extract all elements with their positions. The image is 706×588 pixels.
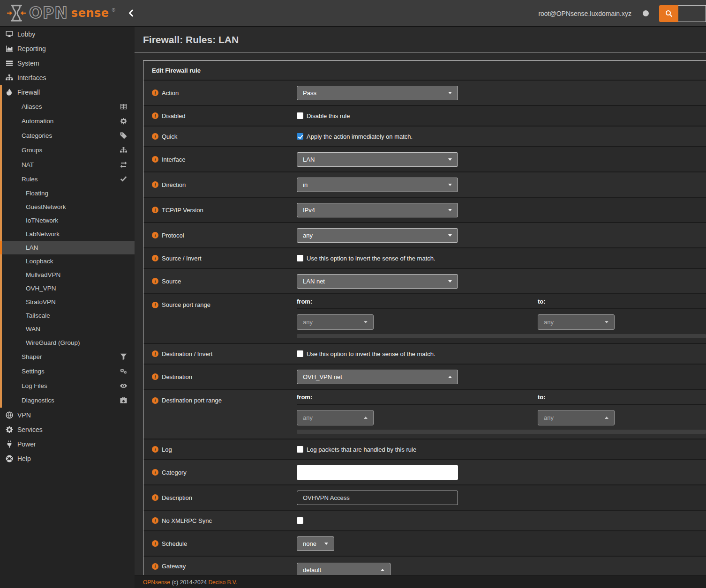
- sidebar-item-label: Aliases: [22, 103, 42, 110]
- log-checkbox[interactable]: [297, 446, 303, 453]
- destination-invert-checkbox-label: Use this option to invert the sense of t…: [307, 350, 436, 357]
- info-icon[interactable]: i: [152, 494, 158, 501]
- interface-select[interactable]: LAN: [297, 152, 458, 167]
- info-icon[interactable]: i: [152, 255, 158, 261]
- sidebar-item-shaper[interactable]: Shaper: [0, 350, 135, 364]
- sidebar-item-guestnetwork[interactable]: GuestNetwork: [0, 200, 135, 214]
- info-icon[interactable]: i: [152, 232, 158, 238]
- sidebar-item-floating[interactable]: Floating: [0, 186, 135, 200]
- field-label-text: Destination / Invert: [162, 350, 212, 357]
- sidebar-item-categories[interactable]: Categories: [0, 128, 135, 143]
- destination-port-range-to-select[interactable]: any: [538, 410, 615, 425]
- description-input[interactable]: [297, 491, 458, 505]
- chevron-down-icon: [448, 92, 452, 94]
- horizontal-scrollbar[interactable]: [297, 430, 706, 434]
- tcp-ip-version-select[interactable]: IPv4: [297, 203, 458, 217]
- protocol-select[interactable]: any: [297, 228, 458, 243]
- source-select[interactable]: LAN net: [297, 274, 458, 289]
- opnsense-logo[interactable]: OPNsense®: [7, 4, 115, 22]
- sidebar-item-label: LAN: [26, 244, 38, 251]
- search-button[interactable]: [659, 5, 678, 22]
- sidebar-item-label: VPN: [17, 411, 31, 419]
- sidebar-item-help[interactable]: Help: [0, 451, 135, 466]
- sidebar-item-stratovpn[interactable]: StratoVPN: [0, 295, 135, 309]
- action-select[interactable]: Pass: [297, 86, 458, 100]
- sidebar-item-rules[interactable]: Rules: [0, 172, 135, 186]
- sidebar-item-system[interactable]: System: [0, 56, 135, 70]
- sidebar-item-tailscale[interactable]: Tailscale: [0, 309, 135, 322]
- horizontal-scrollbar[interactable]: [297, 334, 706, 338]
- sidebar-item-diagnostics[interactable]: Diagnostics: [0, 393, 135, 408]
- info-icon[interactable]: i: [152, 207, 158, 213]
- field-label-text: Log: [162, 446, 172, 453]
- field-label-text: Schedule: [162, 540, 187, 547]
- gateway-select[interactable]: default: [297, 563, 391, 575]
- sidebar-item-reporting[interactable]: Reporting: [0, 41, 135, 56]
- sidebar-item-label: Shaper: [22, 353, 42, 360]
- disabled-checkbox[interactable]: [297, 112, 303, 119]
- form-row-quick: iQuickApply the action immediately on ma…: [143, 127, 706, 147]
- destination-invert-checkbox[interactable]: [297, 350, 303, 357]
- sidebar-item-groups[interactable]: Groups: [0, 143, 135, 157]
- sidebar-item-ovh-vpn[interactable]: OVH_VPN: [0, 282, 135, 295]
- search-input[interactable]: [678, 5, 706, 22]
- info-icon[interactable]: i: [152, 469, 158, 476]
- disabled-checkbox-label: Disable this rule: [307, 112, 350, 119]
- sidebar-item-automation[interactable]: Automation: [0, 114, 135, 128]
- info-icon[interactable]: i: [152, 373, 158, 380]
- sidebar-item-label: Groups: [22, 147, 42, 154]
- info-icon[interactable]: i: [152, 156, 158, 163]
- sidebar-item-nat[interactable]: NAT: [0, 157, 135, 172]
- quick-checkbox[interactable]: [297, 133, 303, 140]
- sidebar-item-loopback[interactable]: Loopback: [0, 254, 135, 268]
- sidebar-item-firewall[interactable]: Firewall: [0, 85, 135, 99]
- sidebar-item-wireguard-group[interactable]: WireGuard (Group): [0, 336, 135, 350]
- deciso-footer-link[interactable]: Deciso B.V.: [208, 579, 237, 586]
- field-label-interface: iInterface: [143, 156, 297, 163]
- sidebar-item-power[interactable]: Power: [0, 437, 135, 451]
- field-label-direction: iDirection: [143, 181, 297, 188]
- sidebar-item-label: WireGuard (Group): [26, 339, 80, 346]
- opnsense-footer-link[interactable]: OPNsense: [143, 579, 170, 586]
- info-icon[interactable]: i: [152, 278, 158, 284]
- info-icon[interactable]: i: [152, 397, 158, 404]
- sidebar-item-settings[interactable]: Settings: [0, 364, 135, 379]
- source-port-range-to-select[interactable]: any: [538, 314, 615, 330]
- info-icon[interactable]: i: [152, 302, 158, 308]
- sidebar-item-log-files[interactable]: Log Files: [0, 379, 135, 393]
- no-xmlrpc-sync-checkbox[interactable]: [297, 517, 303, 524]
- sidebar-item-lan[interactable]: LAN: [0, 241, 135, 254]
- sidebar-item-vpn[interactable]: VPN: [0, 408, 135, 422]
- info-icon[interactable]: i: [152, 350, 158, 357]
- field-label-source-invert: iSource / Invert: [143, 255, 297, 262]
- field-label-text: Direction: [162, 181, 186, 188]
- destination-port-range-from-select[interactable]: any: [297, 410, 374, 425]
- info-icon[interactable]: i: [152, 89, 158, 96]
- chevron-down-icon: [324, 543, 328, 545]
- info-icon[interactable]: i: [152, 133, 158, 140]
- source-invert-checkbox[interactable]: [297, 255, 303, 261]
- sidebar-nav: LobbyReportingSystemInterfacesFirewallAl…: [0, 27, 135, 588]
- info-icon[interactable]: i: [152, 446, 158, 453]
- sidebar-item-iotnetwork[interactable]: IoTNetwork: [0, 214, 135, 227]
- sidebar-item-services[interactable]: Services: [0, 422, 135, 437]
- category-input[interactable]: [297, 465, 458, 480]
- form-row-destination-port-range: iDestination port rangefrom:to:anyany: [143, 390, 706, 439]
- sidebar-item-labnetwork[interactable]: LabNetwork: [0, 227, 135, 241]
- sidebar-item-mullvadvpn[interactable]: MullvadVPN: [0, 268, 135, 282]
- field-label-category: iCategory: [143, 469, 297, 476]
- source-port-range-from-select[interactable]: any: [297, 314, 374, 330]
- sidebar-item-aliases[interactable]: Aliases: [0, 99, 135, 114]
- schedule-select[interactable]: none: [297, 536, 334, 551]
- sidebar-item-interfaces[interactable]: Interfaces: [0, 70, 135, 85]
- sidebar-item-wan[interactable]: WAN: [0, 322, 135, 336]
- info-icon[interactable]: i: [152, 540, 158, 547]
- direction-select[interactable]: in: [297, 178, 458, 192]
- info-icon[interactable]: i: [152, 563, 158, 570]
- collapse-sidebar-button[interactable]: [128, 9, 135, 17]
- info-icon[interactable]: i: [152, 112, 158, 119]
- info-icon[interactable]: i: [152, 517, 158, 524]
- info-icon[interactable]: i: [152, 181, 158, 188]
- destination-select[interactable]: OVH_VPN net: [297, 370, 458, 384]
- sidebar-item-lobby[interactable]: Lobby: [0, 27, 135, 41]
